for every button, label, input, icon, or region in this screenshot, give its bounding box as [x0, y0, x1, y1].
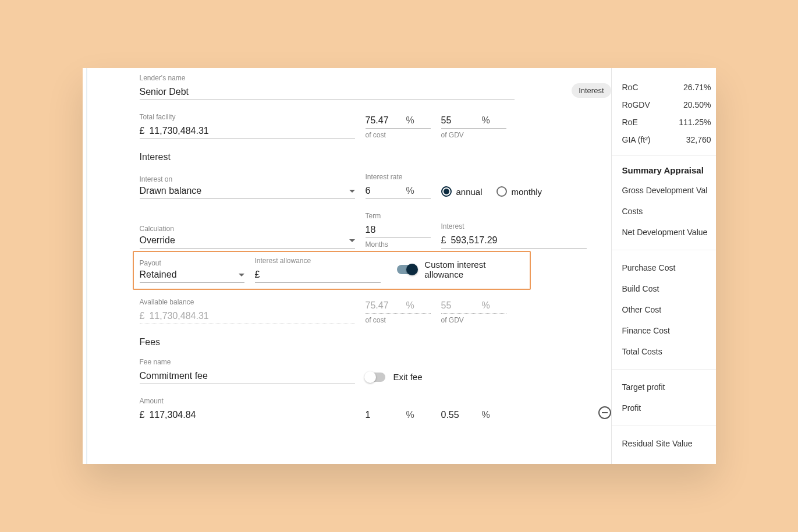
available-pct-cost [366, 298, 406, 313]
pct-symbol: % [406, 115, 414, 128]
pct-symbol: % [482, 115, 490, 128]
interest-amount-input[interactable] [451, 233, 586, 248]
of-cost-label: of cost [366, 316, 431, 324]
radio-selected-icon [441, 186, 452, 197]
currency-symbol: £ [140, 410, 145, 423]
appraisal-form-window: Lender's name Interest Total facility £ … [83, 68, 716, 464]
pct-symbol: % [406, 410, 414, 423]
exit-fee-label: Exit fee [393, 372, 423, 382]
lender-name-input[interactable] [140, 84, 515, 100]
fee-amount-wrap: £ [140, 407, 355, 423]
available-pct-gdv [441, 298, 482, 313]
custom-allowance-highlight: Payout Retained Interest allowance £ Cus… [133, 251, 531, 290]
allowance-label: Interest allowance [255, 257, 381, 265]
sidebar-item-appraisal[interactable]: Net Development Value [622, 222, 716, 243]
sidebar-item-profit[interactable]: Target profit [622, 377, 716, 398]
chevron-down-icon [239, 274, 244, 276]
pct-symbol: % [482, 410, 490, 423]
remove-fee-button[interactable] [598, 406, 611, 419]
currency-symbol: £ [441, 235, 446, 248]
fee-name-input[interactable] [140, 368, 355, 384]
summary-sidebar: RoC26.71%RoGDV20.50%RoE111.25%GIA (ft²)3… [611, 68, 716, 464]
total-facility-label: Total facility [140, 113, 355, 121]
facility-pct-gdv-input[interactable] [441, 113, 482, 128]
fee-amount-label: Amount [140, 397, 355, 405]
fee-amount-input[interactable] [149, 407, 354, 423]
term-input[interactable] [366, 222, 431, 238]
calculation-select[interactable]: Override [140, 235, 355, 249]
exit-fee-toggle[interactable] [366, 373, 385, 382]
fee-pct2-input[interactable] [441, 407, 482, 423]
radio-unselected-icon [496, 186, 507, 197]
currency-symbol: £ [140, 126, 145, 139]
fees-heading: Fees [140, 337, 611, 347]
summary-appraisal-title: Summary Appraisal [622, 163, 716, 180]
currency-symbol: £ [255, 269, 260, 282]
sidebar-item-cost[interactable]: Finance Cost [622, 320, 716, 341]
of-gdv-label: of GDV [441, 316, 506, 324]
available-balance-input [149, 308, 354, 324]
interest-rate-input[interactable] [366, 183, 406, 198]
payout-select[interactable]: Retained [140, 269, 244, 283]
period-annual-radio[interactable]: annual [441, 186, 483, 197]
fee-pct1-input[interactable] [366, 407, 406, 423]
total-facility-input[interactable] [149, 123, 354, 139]
chevron-down-icon [349, 239, 355, 242]
currency-symbol: £ [140, 311, 145, 324]
metric-row[interactable]: RoC26.71% [622, 79, 716, 96]
available-balance-label: Available balance [140, 298, 355, 306]
pct-symbol: % [406, 300, 414, 313]
metric-row[interactable]: RoE111.25% [622, 114, 716, 131]
sidebar-item-profit[interactable]: Profit [622, 398, 716, 418]
interest-rate-label: Interest rate [366, 173, 431, 181]
interest-heading: Interest [140, 152, 611, 162]
fee-name-label: Fee name [140, 358, 355, 366]
sidebar-item-appraisal[interactable]: Costs [622, 201, 716, 222]
sidebar-item-cost[interactable]: Total Costs [622, 341, 716, 362]
facility-pct-cost-input[interactable] [366, 113, 406, 128]
sidebar-item-cost[interactable]: Purchase Cost [622, 257, 716, 278]
metric-row[interactable]: GIA (ft²)32,760 [622, 131, 716, 148]
chevron-down-icon [349, 190, 355, 193]
term-label: Term [366, 212, 431, 220]
metric-row[interactable]: RoGDV20.50% [622, 96, 716, 114]
available-balance-wrap: £ [140, 308, 355, 324]
allowance-input[interactable] [264, 267, 381, 282]
pct-symbol: % [406, 186, 414, 198]
custom-allowance-toggle-label: Custom interest allowance [424, 260, 523, 279]
interest-amount-wrap: £ [441, 233, 587, 249]
total-facility-input-wrap: £ [140, 123, 355, 139]
payout-label: Payout [140, 259, 244, 267]
pct-symbol: % [482, 300, 490, 313]
period-monthly-radio[interactable]: monthly [496, 186, 542, 197]
lender-name-label: Lender's name [140, 74, 515, 82]
sidebar-item-cost[interactable]: Other Cost [622, 299, 716, 320]
sidebar-item-cost[interactable]: Build Cost [622, 278, 716, 299]
interest-amount-label: Interest [441, 222, 587, 230]
sidebar-item-appraisal[interactable]: Gross Development Val [622, 180, 716, 201]
interest-on-select[interactable]: Drawn balance [140, 186, 355, 199]
custom-allowance-toggle[interactable] [397, 265, 416, 274]
main-form-area: Lender's name Interest Total facility £ … [86, 68, 611, 464]
allowance-input-wrap: £ [255, 267, 381, 283]
of-gdv-label: of GDV [441, 131, 506, 139]
calculation-label: Calculation [140, 225, 355, 233]
sidebar-item-residual[interactable]: Residual Site Value [622, 433, 716, 454]
term-unit: Months [366, 240, 431, 249]
of-cost-label: of cost [366, 131, 431, 139]
interest-badge: Interest [572, 83, 611, 98]
interest-on-label: Interest on [140, 175, 355, 183]
